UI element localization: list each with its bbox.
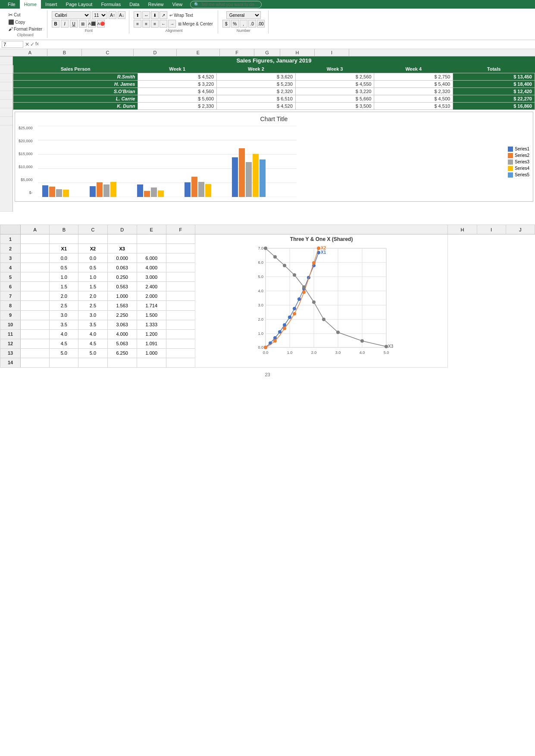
tab-view[interactable]: View <box>168 0 187 9</box>
cell-d-2[interactable]: X3 <box>107 244 137 253</box>
cell-a-13[interactable] <box>21 348 50 358</box>
cell-e-3[interactable]: 6.000 <box>137 253 166 263</box>
indent-more-button[interactable]: → <box>168 20 176 28</box>
cell-d-4[interactable]: 0.063 <box>107 263 137 272</box>
cell-f-2[interactable] <box>166 244 195 253</box>
align-left-button[interactable]: ≡ <box>134 20 141 28</box>
cell-b-10[interactable]: 3.5 <box>50 320 78 329</box>
cell-b-11[interactable]: 4.0 <box>50 329 78 339</box>
cell-b-13[interactable]: 5.0 <box>50 348 78 358</box>
cell-f-1[interactable] <box>166 234 195 244</box>
dollar-button[interactable]: $ <box>222 20 230 28</box>
cell-d-9[interactable]: 2.250 <box>107 310 137 320</box>
cell-c-2[interactable]: X2 <box>78 244 107 253</box>
cell-d-6[interactable]: 0.563 <box>107 282 137 291</box>
tab-insert[interactable]: Insert <box>41 0 62 9</box>
cell-e-13[interactable]: 1.000 <box>137 348 166 358</box>
cut-button[interactable]: ✂ Cut <box>7 11 44 19</box>
cell-f-5[interactable] <box>166 272 195 282</box>
cell-f-4[interactable] <box>166 263 195 272</box>
formula-input[interactable] <box>41 41 533 47</box>
angle-text-button[interactable]: ↗ <box>160 11 167 19</box>
tab-formulas[interactable]: Formulas <box>97 0 125 9</box>
cell-f-13[interactable] <box>166 348 195 358</box>
increase-font-btn[interactable]: A↑ <box>109 11 116 19</box>
decrease-font-btn[interactable]: A↓ <box>118 11 125 19</box>
cell-b-5[interactable]: 1.0 <box>50 272 78 282</box>
tell-me-box[interactable]: 🔍 Tell me what you want to do... <box>190 1 262 8</box>
tab-review[interactable]: Review <box>144 0 168 9</box>
cell-d-14[interactable] <box>107 358 137 367</box>
cell-b-14[interactable] <box>50 358 78 367</box>
cell-c-6[interactable]: 1.5 <box>78 282 107 291</box>
align-bottom-button[interactable]: ⬇ <box>151 11 159 19</box>
cell-e-1[interactable] <box>137 234 166 244</box>
cell-b-4[interactable]: 0.5 <box>50 263 78 272</box>
cell-f-7[interactable] <box>166 291 195 301</box>
insert-function-icon[interactable]: fx <box>35 41 39 47</box>
cell-c-14[interactable] <box>78 358 107 367</box>
cell-a-12[interactable] <box>21 339 50 348</box>
cell-a-11[interactable] <box>21 329 50 339</box>
cell-a-7[interactable] <box>21 291 50 301</box>
cell-e-12[interactable]: 1.091 <box>137 339 166 348</box>
cell-e-10[interactable]: 1.333 <box>137 320 166 329</box>
cell-e-6[interactable]: 2.400 <box>137 282 166 291</box>
cell-f-6[interactable] <box>166 282 195 291</box>
border-button[interactable]: ⊞ <box>79 20 87 28</box>
cell-e-5[interactable]: 3.000 <box>137 272 166 282</box>
cell-a-3[interactable] <box>21 253 50 263</box>
cell-d-7[interactable]: 1.000 <box>107 291 137 301</box>
decrease-decimal-button[interactable]: .00 <box>257 20 265 28</box>
cell-e-14[interactable] <box>137 358 166 367</box>
cell-e-2[interactable] <box>137 244 166 253</box>
number-format-select[interactable]: General <box>226 11 261 19</box>
cell-b-2[interactable]: X1 <box>50 244 78 253</box>
cell-f-9[interactable] <box>166 310 195 320</box>
cell-a-8[interactable] <box>21 301 50 310</box>
cell-f-11[interactable] <box>166 329 195 339</box>
cell-f-12[interactable] <box>166 339 195 348</box>
cell-e-8[interactable]: 1.714 <box>137 301 166 310</box>
cell-d-5[interactable]: 0.250 <box>107 272 137 282</box>
cell-d-11[interactable]: 4.000 <box>107 329 137 339</box>
cell-a-5[interactable] <box>21 272 50 282</box>
cell-c-4[interactable]: 0.5 <box>78 263 107 272</box>
cell-e-4[interactable]: 4.000 <box>137 263 166 272</box>
tab-page-layout[interactable]: Page Layout <box>62 0 97 9</box>
merge-center-button[interactable]: ⊞ Merge & Center <box>177 21 214 27</box>
cell-d-12[interactable]: 5.063 <box>107 339 137 348</box>
indent-less-button[interactable]: ← <box>160 20 167 28</box>
align-center-button[interactable]: ≡ <box>142 20 150 28</box>
cell-c-7[interactable]: 2.0 <box>78 291 107 301</box>
cell-d-8[interactable]: 1.563 <box>107 301 137 310</box>
cell-a-4[interactable] <box>21 263 50 272</box>
tab-data[interactable]: Data <box>125 0 144 9</box>
cell-c-13[interactable]: 5.0 <box>78 348 107 358</box>
tab-file[interactable]: File <box>3 0 20 9</box>
cell-e-7[interactable]: 2.000 <box>137 291 166 301</box>
cell-d-13[interactable]: 6.250 <box>107 348 137 358</box>
cell-a-14[interactable] <box>21 358 50 367</box>
cell-e-11[interactable]: 1.200 <box>137 329 166 339</box>
confirm-formula-icon[interactable]: ✓ <box>30 41 34 47</box>
cell-b-8[interactable]: 2.5 <box>50 301 78 310</box>
cell-a-10[interactable] <box>21 320 50 329</box>
percent-button[interactable]: % <box>231 20 239 28</box>
cell-f-3[interactable] <box>166 253 195 263</box>
cell-reference-box[interactable] <box>2 41 23 48</box>
cell-b-1[interactable] <box>50 234 78 244</box>
cell-b-9[interactable]: 3.0 <box>50 310 78 320</box>
cell-c-5[interactable]: 1.0 <box>78 272 107 282</box>
cell-c-8[interactable]: 2.5 <box>78 301 107 310</box>
comma-button[interactable]: , <box>240 20 247 28</box>
cell-a-9[interactable] <box>21 310 50 320</box>
cell-a-1[interactable] <box>21 234 50 244</box>
cell-a-2[interactable] <box>21 244 50 253</box>
italic-button[interactable]: I <box>61 20 69 28</box>
underline-button[interactable]: U <box>70 20 78 28</box>
cell-b-7[interactable]: 2.0 <box>50 291 78 301</box>
align-top-button[interactable]: ⬆ <box>134 11 141 19</box>
font-size-select[interactable]: 11 <box>92 11 107 19</box>
cell-f-10[interactable] <box>166 320 195 329</box>
